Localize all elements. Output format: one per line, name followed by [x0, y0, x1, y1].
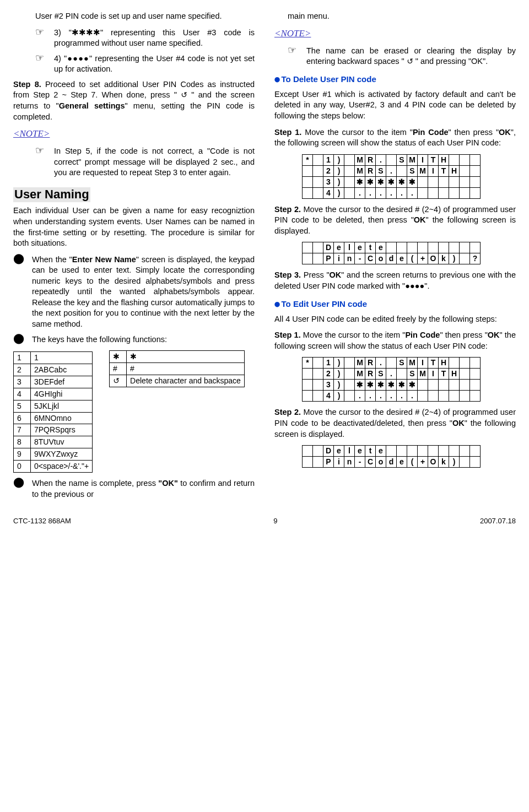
lcd-cell [460, 391, 470, 402]
lcd-grid-delete: DeletePin-Code(+Ok) [302, 445, 481, 468]
lcd-cell [397, 165, 407, 176]
lcd-cell: T [428, 154, 439, 165]
lcd-cell [303, 391, 313, 402]
lcd-cell: t [365, 446, 376, 457]
lcd-cell [303, 165, 313, 176]
lcd-cell: e [376, 242, 386, 253]
lcd-cell: C [365, 253, 376, 264]
lcd-cell: . [386, 369, 397, 380]
lcd-cell: ✱ [407, 380, 418, 391]
lcd-cell: M [418, 165, 428, 176]
intro-paragraph: Each individual User can be given a name… [13, 205, 255, 248]
lcd-cell: D [323, 446, 334, 457]
list-item: ☞ 4) "●●●●" representing the User #4 cod… [35, 53, 255, 75]
lcd-cell: e [397, 457, 407, 468]
subheading-edit-pin: To Edit User PIN code [274, 299, 516, 310]
lcd-cell [449, 154, 460, 165]
lcd-cell: R [365, 165, 376, 176]
lcd-cell [418, 176, 428, 187]
lcd-cell [470, 154, 481, 165]
lcd-cell [439, 242, 449, 253]
keypad-table-a: 1122ABCabc33DEFdef44GHIghi55JKLjkl66MNOm… [13, 351, 93, 473]
lcd-cell: S [397, 154, 407, 165]
lcd-cell [449, 176, 460, 187]
lcd-cell: T [428, 358, 439, 369]
lcd-cell [313, 358, 323, 369]
lcd-cell: k [439, 253, 449, 264]
step-1: Step 1. Move the cursor to the item "Pin… [274, 127, 516, 149]
lcd-cell: n [344, 253, 355, 264]
table-cell: 0<space>/-&'."+ [31, 461, 93, 473]
lcd-cell [418, 187, 428, 198]
lcd-cell: . [355, 187, 365, 198]
lcd-cell [439, 380, 449, 391]
edit-step-2: Step 2. Move the cursor to the desired #… [274, 407, 516, 440]
lcd-cell [418, 446, 428, 457]
lcd-cell [439, 391, 449, 402]
lcd-cell [344, 369, 355, 380]
lcd-cell: 3 [323, 176, 334, 187]
lcd-cell: - [355, 253, 365, 264]
lcd-cell: . [407, 187, 418, 198]
lcd-cell [303, 176, 313, 187]
lcd-grid-status-1: *1)MR.SMITH2)MRS.SMITH3)✱✱✱✱✱✱4)...... [302, 154, 481, 199]
lcd-cell: l [344, 242, 355, 253]
lcd-cell [449, 242, 460, 253]
lcd-cell: P [323, 457, 334, 468]
lcd-cell: i [334, 253, 344, 264]
lcd-cell: 1 [323, 154, 334, 165]
lcd-cell [407, 446, 418, 457]
subheading-delete-pin: To Delete User PIN code [274, 74, 516, 85]
lcd-cell [449, 446, 460, 457]
lcd-cell [460, 369, 470, 380]
lcd-cell: ) [334, 165, 344, 176]
lcd-cell [439, 176, 449, 187]
lcd-cell [313, 242, 323, 253]
lcd-cell: ) [334, 391, 344, 402]
table-cell: # [127, 363, 245, 375]
text-block: main menu. [288, 11, 516, 22]
lcd-cell [460, 242, 470, 253]
lcd-cell: ) [449, 457, 460, 468]
lcd-cell: ) [334, 358, 344, 369]
bullet-item: ⬤ When the "Enter New Name" screen is di… [13, 255, 255, 330]
lcd-cell: I [418, 358, 428, 369]
note-text: ☞ In Step 5, if the code is not correct,… [35, 146, 255, 178]
lcd-cell [470, 176, 481, 187]
table-cell: 2ABCabc [31, 364, 93, 376]
lcd-cell: I [418, 154, 428, 165]
lcd-cell: O [428, 457, 439, 468]
lcd-cell: M [407, 358, 418, 369]
lcd-cell: ✱ [376, 380, 386, 391]
finger-icon: ☞ [35, 53, 54, 75]
lcd-cell [313, 154, 323, 165]
table-cell: 6 [14, 412, 31, 424]
table-cell: 6MNOmno [31, 412, 93, 424]
lcd-cell: t [365, 242, 376, 253]
keypad-table-b: ✱✱##Delete character and backspace [109, 350, 245, 387]
lcd-cell: I [428, 369, 439, 380]
return-arrow-icon [407, 57, 413, 66]
lcd-cell: o [376, 457, 386, 468]
list-item: ☞ 3) "✱✱✱✱" representing this User #3 co… [35, 28, 255, 49]
lcd-cell: . [386, 391, 397, 402]
lcd-cell: S [397, 358, 407, 369]
lcd-cell: ) [334, 369, 344, 380]
lcd-cell [449, 358, 460, 369]
edit-step-1: Step 1. Move the cursor to the item "Pin… [274, 330, 516, 351]
lcd-cell [460, 253, 470, 264]
lcd-cell: H [449, 165, 460, 176]
lcd-cell [428, 446, 439, 457]
table-cell: 3DEFdef [31, 376, 93, 388]
lcd-cell [344, 380, 355, 391]
text-block: User #2 PIN code is set up and user name… [35, 11, 255, 22]
lcd-cell: ✱ [386, 176, 397, 187]
lcd-cell [460, 446, 470, 457]
lcd-cell [313, 253, 323, 264]
lcd-cell [449, 187, 460, 198]
lcd-cell [397, 446, 407, 457]
lcd-cell [397, 242, 407, 253]
page-footer: CTC-1132 868AM 9 2007.07.18 [13, 516, 516, 526]
finger-icon: ☞ [288, 46, 306, 67]
footer-right: 2007.07.18 [480, 516, 516, 526]
